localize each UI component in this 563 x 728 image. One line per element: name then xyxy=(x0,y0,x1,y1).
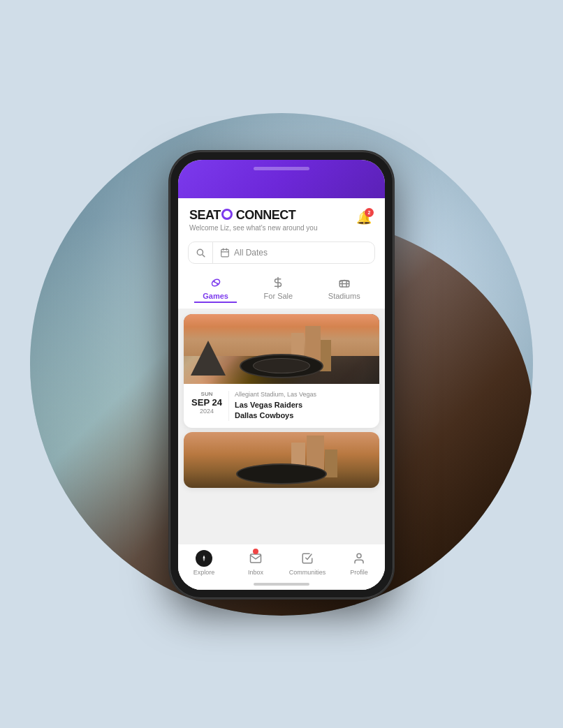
game-date-main: SEP 24 xyxy=(191,397,223,408)
app-logo: SEAT CONNECT Welcome Liz, see what's new… xyxy=(189,208,318,232)
game-card-2[interactable] xyxy=(184,432,379,488)
date-filter[interactable]: All Dates xyxy=(213,242,374,263)
svg-line-9 xyxy=(217,283,217,285)
main-stadium xyxy=(240,354,323,378)
tab-games-label: Games xyxy=(203,292,228,300)
team2-name: Dallas Cowboys xyxy=(235,410,372,421)
search-icon xyxy=(196,248,205,258)
svg-point-0 xyxy=(197,249,203,255)
tab-stadiums[interactable]: Stadiums xyxy=(320,275,369,303)
category-tabs: Games For Sale xyxy=(178,271,385,309)
welcome-text: Welcome Liz, see what's new around you xyxy=(189,224,318,232)
nav-communities-label: Communities xyxy=(289,569,326,576)
tab-stadiums-label: Stadiums xyxy=(328,292,360,300)
stadium-image-1 xyxy=(184,314,379,384)
game-card-1[interactable]: SUN SEP 24 2024 Allegiant Stadium, Las V… xyxy=(184,314,379,429)
venue-name: Allegiant Stadium, Las Vegas xyxy=(235,391,372,398)
phone-screen: SEAT CONNECT Welcome Liz, see what's new… xyxy=(178,160,385,590)
tab-games[interactable]: Games xyxy=(194,275,237,303)
tab-for-sale-label: For Sale xyxy=(264,292,293,300)
content-area: SUN SEP 24 2024 Allegiant Stadium, Las V… xyxy=(178,309,385,544)
game-day: SUN xyxy=(191,391,223,397)
nav-explore-label: Explore xyxy=(193,569,215,576)
home-bar xyxy=(254,583,309,586)
phone-wrapper: SEAT CONNECT Welcome Liz, see what's new… xyxy=(170,151,393,598)
date-filter-text: All Dates xyxy=(234,248,268,258)
phone-device: SEAT CONNECT Welcome Liz, see what's new… xyxy=(170,151,393,598)
stadium-image-2 xyxy=(184,432,379,488)
nav-explore[interactable]: Explore xyxy=(185,550,224,576)
svg-line-8 xyxy=(214,280,214,283)
explore-icon xyxy=(196,550,212,567)
nav-profile[interactable]: Profile xyxy=(340,550,379,576)
game-date: SUN SEP 24 2024 xyxy=(191,391,229,422)
svg-line-7 xyxy=(213,281,219,284)
game-details: Allegiant Stadium, Las Vegas Las Vegas R… xyxy=(235,391,372,422)
notification-badge: 2 xyxy=(365,208,374,217)
user-icon xyxy=(353,552,365,565)
svg-point-18 xyxy=(357,554,361,558)
logo-text: SEAT CONNECT xyxy=(189,208,318,223)
inbox-badge xyxy=(253,549,258,554)
bottom-nav: Explore Inbox xyxy=(178,544,385,580)
football-icon xyxy=(210,276,222,289)
nav-communities[interactable]: Communities xyxy=(288,550,327,576)
search-bar: All Dates xyxy=(188,242,375,264)
home-indicator xyxy=(178,580,385,590)
nav-inbox-label: Inbox xyxy=(248,569,263,576)
svg-line-1 xyxy=(203,254,205,256)
stadium2-main xyxy=(236,463,327,484)
nav-profile-label: Profile xyxy=(350,569,368,576)
game-info: SUN SEP 24 2024 Allegiant Stadium, Las V… xyxy=(184,384,379,429)
communities-icon xyxy=(299,550,316,567)
game-year: 2024 xyxy=(191,408,223,415)
team1-name: Las Vegas Raiders xyxy=(235,400,372,410)
inbox-icon-wrapper xyxy=(247,550,264,567)
logo-o-icon xyxy=(221,209,233,220)
app-header: SEAT CONNECT Welcome Liz, see what's new… xyxy=(178,198,385,239)
compass-icon xyxy=(198,552,210,565)
calendar-icon xyxy=(220,248,230,258)
logo-connect-text: CONNECT xyxy=(236,208,296,223)
search-button[interactable] xyxy=(189,242,213,263)
nav-inbox[interactable]: Inbox xyxy=(237,550,275,576)
phone-top-band xyxy=(178,160,385,198)
app-content: SEAT CONNECT Welcome Liz, see what's new… xyxy=(178,198,385,590)
logo-seat-text: SEAT xyxy=(189,208,221,223)
handshake-icon xyxy=(301,552,314,565)
tab-for-sale[interactable]: For Sale xyxy=(256,275,302,303)
notification-button[interactable]: 🔔 2 xyxy=(354,208,374,228)
svg-rect-2 xyxy=(221,249,229,257)
dollar-icon xyxy=(272,276,284,289)
profile-icon xyxy=(351,550,367,567)
stadium-icon xyxy=(338,276,351,289)
